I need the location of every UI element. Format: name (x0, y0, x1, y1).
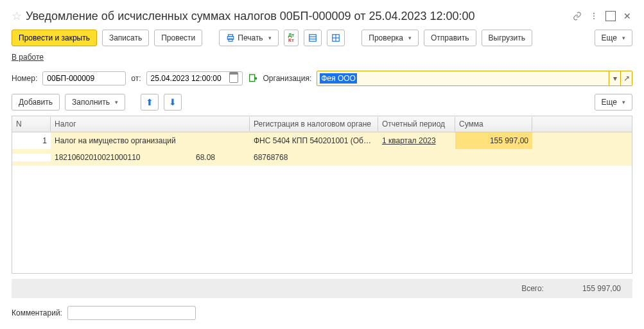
cell-reg-name: ФНС 5404 КПП 540201001 (Об… (250, 132, 378, 149)
org-dropdown-icon[interactable]: ▾ (609, 71, 621, 86)
move-down-button[interactable]: ⬇ (164, 94, 182, 111)
post-button[interactable]: Провести (154, 30, 202, 46)
grid-header: N Налог Регистрация в налоговом органе О… (12, 116, 632, 132)
maximize-icon[interactable] (605, 11, 616, 21)
dtkt-button[interactable]: ДтКт (284, 30, 299, 46)
grid-button[interactable] (327, 30, 345, 46)
total-row: Всего: 155 997,00 (12, 279, 632, 298)
dtkt-icon: ДтКт (288, 33, 295, 43)
cell-kbk: 18210602010021000110 (51, 149, 192, 166)
grid-icon (331, 33, 340, 42)
calendar-icon[interactable] (229, 72, 238, 85)
number-label: Номер: (12, 74, 37, 83)
org-input[interactable]: Фея ООО (317, 71, 609, 86)
total-label: Всего: (521, 284, 544, 293)
date-label: от: (131, 74, 141, 83)
cell-reg-num: 68768768 (250, 149, 378, 166)
svg-rect-6 (309, 35, 317, 42)
more-icon[interactable] (589, 11, 599, 21)
total-value: 155 997,00 (582, 284, 621, 293)
col-reg[interactable]: Регистрация в налоговом органе (250, 117, 378, 131)
status-link[interactable]: В работе (12, 53, 44, 62)
svg-point-1 (593, 15, 595, 17)
number-input[interactable] (42, 71, 126, 85)
svg-point-2 (593, 18, 595, 19)
org-open-icon[interactable]: ↗ (621, 71, 632, 86)
move-up-button[interactable]: ⬆ (141, 94, 159, 111)
link-icon[interactable] (572, 11, 582, 21)
printer-icon (226, 33, 235, 42)
post-and-close-button[interactable]: Провести и закрыть (12, 30, 97, 46)
col-n[interactable]: N (12, 117, 51, 131)
cell-period[interactable]: 1 квартал 2023 (382, 136, 436, 145)
check-button[interactable]: Проверка (361, 30, 419, 46)
more-button-sub[interactable]: Еще (595, 94, 632, 111)
table-row[interactable]: 1 Налог на имущество организаций ФНС 540… (12, 132, 632, 149)
svg-rect-12 (249, 75, 254, 82)
comment-label: Комментарий: (12, 308, 62, 317)
col-period[interactable]: Отчетный период (378, 117, 455, 131)
org-label: Организация: (263, 74, 312, 83)
svg-point-0 (593, 13, 595, 14)
date-input[interactable] (151, 74, 229, 83)
lines-button[interactable] (304, 30, 322, 46)
favorite-star-icon[interactable]: ☆ (12, 9, 22, 23)
cell-tax-name: Налог на имущество организаций (51, 132, 250, 149)
cell-sum[interactable]: 155 997,00 (455, 132, 532, 149)
more-button-top[interactable]: Еще (595, 30, 632, 46)
page-title: Уведомление об исчисленных суммах налого… (26, 10, 475, 23)
col-tax[interactable]: Налог (51, 117, 250, 131)
print-button[interactable]: Печать (219, 30, 278, 46)
lines-icon (308, 33, 317, 42)
col-sum[interactable]: Сумма (455, 117, 532, 131)
save-button[interactable]: Записать (102, 30, 149, 46)
fill-button[interactable]: Заполнить (65, 94, 125, 111)
export-button[interactable]: Выгрузить (482, 30, 533, 46)
close-icon[interactable]: ✕ (622, 11, 632, 21)
cell-account: 68.08 (192, 149, 250, 166)
send-button[interactable]: Отправить (424, 30, 476, 46)
sheet-arrow-icon[interactable] (248, 73, 258, 84)
cell-n: 1 (12, 132, 51, 149)
table-row-sub[interactable]: 18210602010021000110 68.08 68768768 (12, 149, 632, 166)
comment-input[interactable] (67, 306, 196, 320)
add-button[interactable]: Добавить (12, 94, 60, 111)
